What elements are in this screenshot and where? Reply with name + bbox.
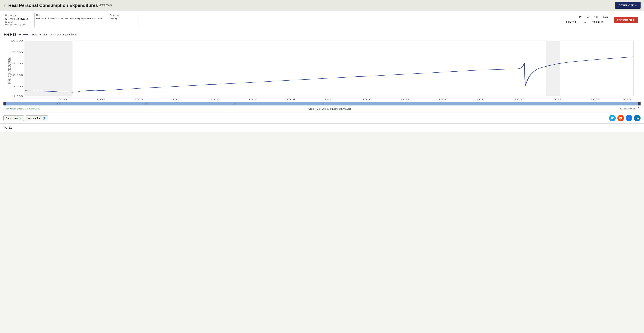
date-range-row: to [562, 20, 608, 24]
svg-text:2012: 2012 [210, 98, 219, 100]
svg-text:Billions of Chained 2017 Dolla: Billions of Chained 2017 Dollars [7, 57, 12, 84]
units-value: Billions of Chained 2017 Dollars, Season… [36, 17, 102, 20]
svg-text:15,000: 15,000 [11, 51, 23, 53]
svg-text:13,000: 13,000 [11, 74, 23, 76]
observation-date: Sep 2023: [5, 18, 15, 21]
edit-button-area: EDIT GRAPH ⚙ [611, 13, 640, 27]
top-bar: ☆ Real Personal Consumption Expenditures… [0, 0, 644, 11]
svg-text:2018: 2018 [439, 98, 448, 100]
date-to-label: to [584, 21, 586, 24]
chart-footer: Shaded areas indicate U.S. recessions. S… [4, 106, 640, 112]
chart-scrollbar[interactable]: 2008 2010 2012 2014 [4, 102, 640, 106]
svg-text:2019: 2019 [477, 98, 486, 100]
frequency-label: Frequency: [110, 14, 134, 17]
recession-note: Shaded areas indicate U.S. recessions. [4, 108, 40, 110]
frequency-section: Frequency: Monthly [108, 13, 139, 27]
svg-text:2014: 2014 [286, 98, 295, 100]
units-label: Units: [36, 14, 102, 17]
svg-text:2010: 2010 [134, 98, 143, 100]
svg-text:2015: 2015 [325, 98, 334, 100]
chart-container: FRED 〜 — Real Personal Consumption Expen… [0, 29, 644, 113]
series-id: (PCEC96) [99, 4, 112, 7]
action-bar: Share Links 🔗 Account Tools 👤 [0, 113, 644, 123]
svg-text:2009: 2009 [96, 98, 105, 100]
svg-text:2013: 2013 [248, 98, 257, 100]
observation-number: 15,536.8 [16, 17, 28, 21]
svg-text:2017: 2017 [401, 98, 410, 100]
period-10y[interactable]: 10Y [594, 16, 598, 18]
social-icons [609, 115, 640, 121]
scrollbar-left-handle[interactable] [4, 102, 6, 106]
svg-text:2023: 2023 [622, 98, 631, 100]
star-icon[interactable]: ☆ [4, 3, 7, 8]
account-tools-button[interactable]: Account Tools 👤 [26, 116, 48, 121]
source-note: Source: U.S. Bureau of Economic Analysis [308, 108, 351, 110]
svg-text:2020: 2020 [515, 98, 524, 100]
meta-bar: Observation: Sep 2023: 15,536.8 (+ more)… [0, 11, 644, 29]
observation-value: Sep 2023: 15,536.8 (+ more) Updated: Oct… [5, 17, 29, 26]
svg-point-33 [620, 118, 620, 118]
legend-label: — Real Personal Consumption Expenditures [29, 33, 77, 36]
units-section: Units: Billions of Chained 2017 Dollars,… [34, 13, 108, 27]
svg-point-35 [636, 117, 636, 117]
reddit-icon[interactable] [618, 115, 624, 121]
share-links-label: Share Links 🔗 [6, 117, 21, 120]
scrollbar-track: 2008 2010 2012 2014 [6, 102, 638, 106]
fred-url: fred.stlouisfed.org [620, 108, 636, 110]
observation-section: Observation: Sep 2023: 15,536.8 (+ more)… [4, 13, 34, 27]
svg-text:2016: 2016 [362, 98, 371, 100]
action-buttons-left: Share Links 🔗 Account Tools 👤 [4, 116, 48, 121]
svg-rect-15 [546, 41, 560, 96]
observation-label: Observation: [5, 14, 29, 17]
legend-dash [23, 35, 28, 35]
svg-text:14,000: 14,000 [11, 63, 23, 65]
twitter-icon[interactable] [609, 115, 616, 121]
svg-text:2022: 2022 [591, 98, 600, 100]
svg-text:11,000: 11,000 [11, 95, 23, 97]
notes-section: NOTES [0, 123, 644, 132]
date-to-input[interactable] [587, 20, 608, 24]
period-5y[interactable]: 5Y [586, 16, 590, 18]
download-button[interactable]: DOWNLOAD ⬇ [615, 2, 640, 9]
linkedin-icon[interactable] [634, 115, 640, 121]
fullscreen-icon[interactable]: ⛶ [638, 107, 640, 110]
svg-text:12,000: 12,000 [11, 85, 23, 88]
svg-rect-14 [25, 41, 72, 96]
observation-updated: Updated: Oct 27, 2023 [5, 24, 26, 26]
account-tools-label: Account Tools 👤 [28, 117, 46, 120]
period-1y[interactable]: 1Y [579, 16, 582, 18]
chart-svg: Billions of Chained 2017 Dollars 16,000 … [4, 39, 640, 101]
date-controls: 1Y | 5Y | 10Y | Max to [558, 13, 611, 27]
frequency-value: Monthly [110, 17, 134, 20]
chart-header: FRED 〜 — Real Personal Consumption Expen… [4, 32, 640, 37]
edit-graph-button[interactable]: EDIT GRAPH ⚙ [614, 17, 638, 23]
fred-logo: FRED [4, 32, 16, 37]
facebook-icon[interactable] [626, 115, 632, 121]
date-from-input[interactable] [562, 20, 582, 24]
share-links-button[interactable]: Share Links 🔗 [4, 116, 24, 121]
observation-more[interactable]: (+ more) [5, 21, 13, 23]
fred-wave-icon: 〜 [18, 32, 21, 37]
title-area: ☆ Real Personal Consumption Expenditures… [4, 3, 112, 8]
scrollbar-right-handle[interactable] [638, 102, 640, 106]
svg-text:2011: 2011 [172, 98, 181, 100]
period-links: 1Y | 5Y | 10Y | Max [579, 16, 608, 18]
page-title: Real Personal Consumption Expenditures [8, 3, 98, 8]
svg-text:2021: 2021 [553, 98, 562, 100]
svg-text:2008: 2008 [58, 98, 67, 100]
period-max[interactable]: Max [603, 16, 608, 18]
notes-title: NOTES [4, 126, 12, 129]
svg-rect-13 [25, 41, 634, 96]
chart-legend: — Real Personal Consumption Expenditures [23, 33, 77, 36]
chart-area: Billions of Chained 2017 Dollars 16,000 … [4, 39, 640, 101]
svg-point-32 [619, 117, 622, 120]
svg-point-34 [621, 118, 621, 118]
svg-text:16,000: 16,000 [11, 40, 23, 42]
